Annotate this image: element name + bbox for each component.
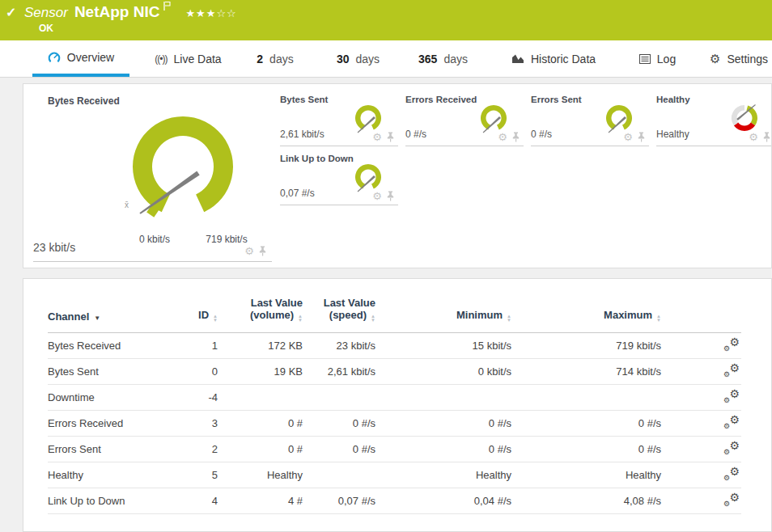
gauge-tile-actions: ⚙ (498, 132, 520, 142)
errors-received-gauge (478, 103, 509, 133)
gauge-title: Bytes Received (48, 95, 120, 107)
last-value-volume: 0 # (218, 437, 303, 462)
sort-icon[interactable]: ▲▼ (371, 315, 375, 323)
column-header-last-value-volume[interactable]: Last Value(volume)▲▼ (218, 279, 303, 333)
channel-settings-gear-icon[interactable]: ⚙ (372, 191, 382, 201)
column-header-channel[interactable]: Channel▼ (48, 279, 171, 333)
stars-empty[interactable]: ☆☆ (216, 7, 236, 19)
sort-icon[interactable]: ▲▼ (298, 315, 303, 323)
header-line2: (volume) (250, 309, 294, 321)
tab-log[interactable]: Log (635, 40, 680, 77)
gauge-scale-min: 0 kbit/s (122, 234, 187, 245)
edit-channel-gears-icon[interactable]: ⚙⚙ (723, 364, 740, 378)
tab-365-days-number: 365 (418, 53, 437, 65)
gauge-tile-actions: ⚙ (749, 132, 771, 142)
channel-name: Healthy (48, 462, 171, 488)
tab-historic-data[interactable]: Historic Data (506, 40, 601, 77)
tab-2-days-unit: days (269, 53, 294, 65)
tab-365-days-unit: days (443, 53, 468, 65)
tab-historic-data-label: Historic Data (531, 53, 596, 65)
gauge-value: 23 kbit/s (33, 241, 75, 254)
gauge-tile-actions: ⚙ (372, 191, 395, 201)
channels-table-panel: Channel▼ ID▲▼ Last Value(volume)▲▼ Last … (23, 278, 772, 532)
channel-name: Bytes Sent (48, 359, 171, 385)
channel-settings-gear-icon[interactable]: ⚙ (623, 132, 633, 142)
sensor-status-header: ✓ Sensor NetApp NIC ★★★☆☆ OK (0, 0, 772, 40)
tab-2-days-number: 2 (257, 53, 263, 65)
last-value-speed: 0,07 #/s (303, 488, 375, 514)
channel-id: 5 (171, 462, 218, 488)
tab-2-days[interactable]: 2 days (247, 40, 303, 77)
tab-30-days[interactable]: 30 days (328, 40, 388, 77)
gauge-value: 0 #/s (405, 129, 426, 140)
last-value-speed (303, 462, 375, 488)
last-value-speed: 2,61 kbit/s (303, 359, 375, 385)
table-row: Bytes Sent 0 19 KB 2,61 kbit/s 0 kbit/s … (48, 359, 741, 385)
edit-channel-gears-icon[interactable]: ⚙⚙ (723, 416, 740, 429)
column-header-last-value-speed[interactable]: Last Value(speed)▲▼ (303, 279, 375, 333)
sort-icon[interactable]: ▲▼ (656, 315, 661, 323)
minimum-value: 0,04 #/s (375, 488, 511, 514)
gauge-value: 2,61 kbit/s (280, 129, 324, 140)
pin-icon[interactable] (762, 132, 771, 142)
column-header-maximum[interactable]: Maximum▲▼ (511, 279, 661, 333)
tab-settings[interactable]: ⚙ Settings (706, 40, 772, 77)
channel-settings-gear-icon[interactable]: ⚙ (498, 132, 507, 142)
sensor-status-text: OK (39, 23, 53, 34)
gauge-tile-link-up-to-down: Link Up to Down 0,07 #/s ⚙ (280, 152, 398, 205)
edit-channel-gears-icon[interactable]: ⚙⚙ (723, 493, 740, 507)
gauge-tile-bytes-sent: Bytes Sent 2,61 kbit/s ⚙ (280, 93, 398, 146)
gauge-title: Bytes Sent (280, 95, 328, 104)
channel-name: Downtime (48, 385, 171, 411)
status-ok-check-icon: ✓ (6, 5, 16, 20)
tab-30-days-number: 30 (337, 53, 350, 65)
edit-channel-gears-icon[interactable]: ⚙⚙ (723, 467, 740, 481)
stars-filled[interactable]: ★★★ (185, 7, 216, 19)
sort-desc-icon[interactable]: ▼ (94, 315, 100, 322)
channel-settings-gear-icon[interactable]: ⚙ (749, 132, 758, 142)
pin-icon[interactable] (258, 246, 267, 256)
table-row: Errors Received 3 0 # 0 #/s 0 #/s 0 #/s … (48, 411, 741, 437)
maximum-value: 0 #/s (511, 437, 661, 462)
area-chart-icon (511, 53, 524, 64)
table-row: Downtime -4 ⚙⚙ (48, 385, 741, 411)
last-value-volume: 0 # (218, 411, 303, 437)
edit-channel-gears-icon[interactable]: ⚙⚙ (723, 338, 740, 352)
column-header-id[interactable]: ID▲▼ (171, 279, 218, 333)
tab-live-data[interactable]: ((•)) Live Data (146, 40, 231, 77)
sort-icon[interactable]: ▲▼ (213, 315, 218, 323)
pin-icon[interactable] (386, 132, 395, 142)
pin-icon[interactable] (511, 132, 520, 142)
last-value-speed: 23 kbit/s (303, 333, 375, 359)
minimum-value: 0 #/s (375, 411, 511, 437)
column-header-maximum-label: Maximum (604, 309, 652, 321)
healthy-status-gauge (729, 103, 760, 133)
header-line2: (speed) (329, 309, 367, 321)
edit-channel-gears-icon[interactable]: ⚙⚙ (723, 441, 740, 455)
tab-30-days-unit: days (356, 53, 380, 65)
sort-icon[interactable]: ▲▼ (507, 315, 511, 323)
tab-overview[interactable]: Overview (32, 40, 129, 77)
edit-channel-gears-icon[interactable]: ⚙⚙ (723, 390, 740, 403)
pin-icon[interactable] (637, 132, 646, 142)
channel-settings-gear-icon[interactable]: ⚙ (372, 132, 382, 142)
column-header-id-label: ID (198, 309, 209, 321)
channel-settings-gear-icon[interactable]: ⚙ (244, 246, 254, 256)
minimum-value: Healthy (375, 462, 511, 488)
tab-log-label: Log (657, 53, 676, 65)
tab-365-days[interactable]: 365 days (409, 40, 477, 77)
sensor-title-row: Sensor NetApp NIC ★★★☆☆ (24, 3, 237, 21)
bytes-sent-gauge (353, 103, 384, 133)
gauge-tile-actions: ⚙ (623, 132, 646, 142)
channel-id: 1 (171, 333, 218, 359)
maximum-value (511, 385, 661, 411)
flag-icon[interactable] (163, 0, 171, 15)
maximum-value: 714 kbit/s (511, 359, 661, 385)
last-value-speed: 0 #/s (303, 437, 375, 462)
priority-stars[interactable]: ★★★☆☆ (185, 7, 236, 19)
table-row: Errors Sent 2 0 # 0 #/s 0 #/s 0 #/s ⚙⚙ (48, 437, 741, 462)
table-row: Link Up to Down 4 4 # 0,07 #/s 0,04 #/s … (48, 488, 741, 514)
column-header-minimum[interactable]: Minimum▲▼ (375, 279, 511, 333)
minimum-value: 0 #/s (375, 437, 511, 462)
pin-icon[interactable] (386, 191, 395, 201)
